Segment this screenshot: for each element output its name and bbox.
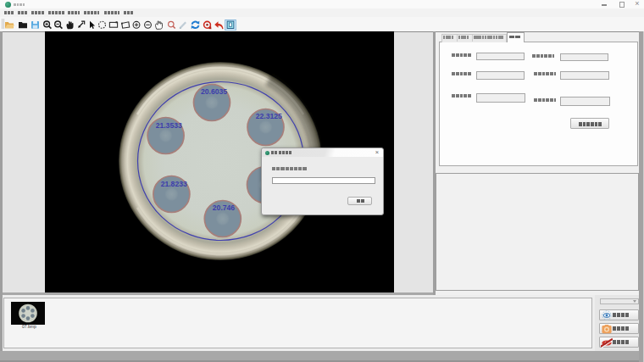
svg-text:21.3533: 21.3533 [156, 121, 182, 130]
svg-text:21.8233: 21.8233 [161, 180, 187, 188]
svg-text:20.6035: 20.6035 [201, 87, 227, 96]
svg-text:22.3125: 22.3125 [256, 112, 282, 120]
svg-text:20.746: 20.746 [213, 203, 236, 212]
